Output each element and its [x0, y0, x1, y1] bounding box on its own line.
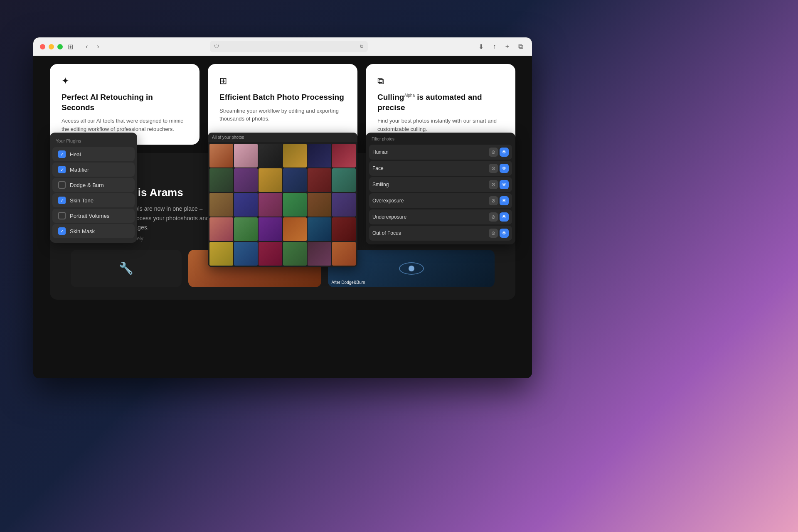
filter-face-slash-btn[interactable]: ⊘: [489, 164, 498, 173]
plugin-item-skin-tone[interactable]: ✓ Skin Tone: [52, 193, 135, 207]
filter-overexposure-eye-btn[interactable]: 👁: [500, 196, 509, 205]
ai-retouching-icon: ✦: [62, 76, 188, 86]
filter-human-icons: ⊘ 👁: [489, 148, 509, 157]
shield-icon: 🛡: [214, 44, 219, 49]
address-bar-container: 🛡 ↻: [107, 41, 471, 52]
ai-retouching-desc: Access all our AI tools that were design…: [62, 117, 188, 133]
share-button[interactable]: ↑: [490, 42, 499, 51]
photo-thumb-29: [308, 242, 331, 266]
photo-thumb-20: [234, 217, 258, 241]
after-dodge-burn-label: After Dodge&Burn: [331, 280, 365, 285]
traffic-light-red[interactable]: [40, 44, 45, 49]
filter-item-face[interactable]: Face ⊘ 👁: [369, 161, 512, 176]
portrait-volumes-label: Portrait Volumes: [70, 213, 109, 219]
back-button[interactable]: ‹: [83, 42, 90, 51]
filter-out-of-focus-eye-btn[interactable]: 👁: [500, 229, 509, 238]
filter-smiling-icons: ⊘ 👁: [489, 180, 509, 189]
photo-thumb-27: [259, 242, 282, 266]
filter-human-label: Human: [372, 149, 389, 155]
traffic-light-yellow[interactable]: [49, 44, 54, 49]
filter-underexposure-icons: ⊘ 👁: [489, 212, 509, 222]
photo-thumb-9: [259, 168, 282, 192]
traffic-light-green[interactable]: [57, 44, 63, 49]
filter-human-slash-btn[interactable]: ⊘: [489, 148, 498, 157]
photo-thumb-19: [209, 217, 233, 241]
mattifier-label: Mattifier: [70, 167, 89, 173]
plugin-preview-card: 🔧: [71, 250, 182, 287]
batch-processing-desc: Streamline your workflow by editing and …: [219, 107, 346, 123]
photo-thumb-10: [283, 168, 307, 192]
plugin-item-mattifier[interactable]: ✓ Mattifier: [52, 163, 135, 177]
page-content: ✦ Perfect AI Retouching in Seconds Acces…: [33, 56, 532, 378]
filter-face-label: Face: [372, 165, 384, 171]
photo-thumb-25: [209, 242, 233, 266]
photo-thumb-5: [308, 144, 331, 167]
filter-item-underexposure[interactable]: Underexposure ⊘ 👁: [369, 209, 512, 224]
photo-thumb-18: [332, 193, 356, 217]
filter-item-smiling[interactable]: Smiling ⊘ 👁: [369, 177, 512, 192]
photo-thumb-17: [308, 193, 331, 217]
forward-button[interactable]: ›: [94, 42, 101, 51]
photo-thumb-1: [209, 144, 233, 167]
sidebar-toggle-button[interactable]: ⊞: [68, 43, 73, 51]
plugins-dropdown: Your Plugins ✓ Heal ✓ Mattifier Dodge & …: [50, 133, 137, 243]
tabs-overview-button[interactable]: ⧉: [516, 42, 525, 51]
photo-thumb-22: [283, 217, 307, 241]
filter-smiling-eye-btn[interactable]: 👁: [500, 180, 509, 189]
photo-thumb-13: [209, 193, 233, 217]
mattifier-checkbox[interactable]: ✓: [58, 166, 66, 173]
batch-processing-title: Efficient Batch Photo Processing: [219, 92, 346, 103]
browser-window: ⊞ ‹ › 🛡 ↻ ⬇ ↑ + ⧉ ✦ Perfect AI Retouchin…: [33, 37, 532, 378]
culling-alpha-badge: Alpha: [404, 93, 415, 98]
filter-item-human[interactable]: Human ⊘ 👁: [369, 145, 512, 160]
filter-underexposure-eye-btn[interactable]: 👁: [500, 212, 509, 222]
filter-underexposure-slash-btn[interactable]: ⊘: [489, 212, 498, 222]
batch-processing-card: ⊞ Efficient Batch Photo Processing Strea…: [208, 64, 357, 145]
filter-item-out-of-focus[interactable]: Out of Focus ⊘ 👁: [369, 226, 512, 241]
culling-icon: ⧉: [377, 76, 504, 86]
photo-grid: [208, 142, 357, 267]
browser-controls: ‹ ›: [83, 42, 102, 51]
filter-overexposure-label: Overexposure: [372, 198, 404, 204]
dodge-burn-checkbox[interactable]: [58, 181, 66, 189]
filter-overexposure-slash-btn[interactable]: ⊘: [489, 196, 498, 205]
address-bar[interactable]: 🛡 ↻: [210, 41, 368, 52]
photo-thumb-8: [234, 168, 258, 192]
culling-title: CullingAlpha is automated and precise: [377, 92, 504, 113]
plugin-item-portrait-volumes[interactable]: Portrait Volumes: [52, 209, 135, 223]
dodge-burn-label: Dodge & Burn: [70, 182, 104, 188]
filter-human-eye-btn[interactable]: 👁: [500, 148, 509, 157]
filter-overlay: Filter photos Human ⊘ 👁 Face ⊘ 👁: [366, 133, 515, 244]
photo-thumb-2: [234, 144, 258, 167]
filter-out-of-focus-slash-btn[interactable]: ⊘: [489, 229, 498, 238]
photo-thumb-26: [234, 242, 258, 266]
filter-smiling-slash-btn[interactable]: ⊘: [489, 180, 498, 189]
plugin-item-skin-mask[interactable]: ✓ Skin Mask: [52, 224, 135, 238]
skin-tone-checkbox[interactable]: ✓: [58, 197, 66, 204]
skin-mask-label: Skin Mask: [70, 228, 95, 234]
photo-thumb-6: [332, 144, 356, 167]
culling-card: ⧉ CullingAlpha is automated and precise …: [366, 64, 515, 145]
skin-mask-checkbox[interactable]: ✓: [58, 227, 66, 235]
heal-checkbox[interactable]: ✓: [58, 150, 66, 158]
download-button[interactable]: ⬇: [476, 42, 486, 52]
plugin-item-dodge-burn[interactable]: Dodge & Burn: [52, 178, 135, 192]
photo-thumb-21: [259, 217, 282, 241]
browser-actions: ⬇ ↑ + ⧉: [476, 42, 525, 52]
eye-visual: [399, 262, 424, 275]
filter-item-overexposure[interactable]: Overexposure ⊘ 👁: [369, 193, 512, 208]
filter-underexposure-label: Underexposure: [372, 214, 406, 220]
photo-thumb-3: [259, 144, 282, 167]
skin-tone-label: Skin Tone: [70, 197, 94, 204]
filter-face-icons: ⊘ 👁: [489, 164, 509, 173]
filter-face-eye-btn[interactable]: 👁: [500, 164, 509, 173]
cards-row: ✦ Perfect AI Retouching in Seconds Acces…: [50, 64, 515, 145]
reload-icon: ↻: [360, 44, 364, 49]
ai-retouching-card: ✦ Perfect AI Retouching in Seconds Acces…: [50, 64, 200, 145]
batch-processing-icon: ⊞: [219, 76, 346, 86]
portrait-volumes-checkbox[interactable]: [58, 212, 66, 219]
filter-out-of-focus-label: Out of Focus: [372, 230, 401, 236]
new-tab-button[interactable]: +: [503, 42, 512, 51]
plugin-item-heal[interactable]: ✓ Heal: [52, 147, 135, 161]
culling-title-main: Culling: [377, 93, 404, 101]
